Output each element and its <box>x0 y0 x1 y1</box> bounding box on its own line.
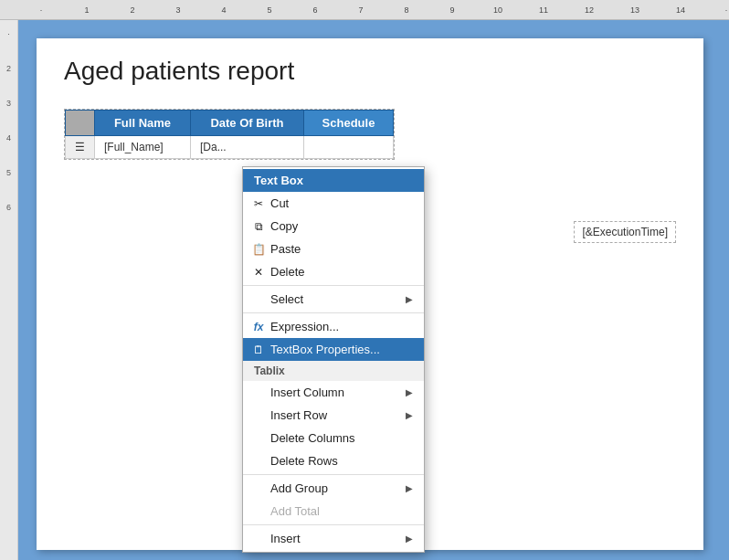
paste-icon: 📋 <box>250 241 267 258</box>
menu-separator-2 <box>243 312 424 313</box>
v-ruler-mark: 2 <box>0 64 17 73</box>
menu-insert-row[interactable]: Insert Row ▶ <box>243 404 424 427</box>
execution-time: [&ExecutionTime] <box>574 221 676 243</box>
ruler-mark: 10 <box>475 5 521 15</box>
ruler-mark: 14 <box>658 5 703 15</box>
main-area: · 2 3 4 5 6 Aged patients report Full Na… <box>0 20 729 560</box>
ruler-mark: 8 <box>384 5 429 15</box>
row-handle-cell[interactable]: ☰ <box>66 136 95 159</box>
cut-icon: ✂ <box>250 195 267 212</box>
menu-add-total: Add Total <box>243 500 424 523</box>
properties-icon: 🗒 <box>250 342 267 358</box>
document: Aged patients report Full Name Date Of B… <box>37 38 703 550</box>
menu-separator-1 <box>243 285 424 286</box>
menu-delete-columns[interactable]: Delete Columns <box>243 427 424 449</box>
ruler-mark: · <box>18 5 64 15</box>
report-table: Full Name Date Of Birth Schedule ☰ [Full… <box>65 110 394 159</box>
ruler-mark: · <box>703 5 729 15</box>
menu-delete-rows[interactable]: Delete Rows <box>243 449 424 472</box>
header-row: Full Name Date Of Birth Schedule <box>66 111 394 136</box>
insert-arrow: ▶ <box>406 534 413 544</box>
table-header: Full Name Date Of Birth Schedule <box>66 111 394 136</box>
ruler-mark: 12 <box>566 5 612 15</box>
menu-insert[interactable]: Insert ▶ <box>243 527 424 550</box>
col-header-dob: Date Of Birth <box>190 111 303 136</box>
delete-icon: ✕ <box>250 264 267 280</box>
insert-row-arrow: ▶ <box>406 410 413 420</box>
v-ruler-mark: 5 <box>0 168 17 177</box>
vertical-ruler-marks: · 2 3 4 5 6 <box>0 20 17 560</box>
ruler-mark: 11 <box>521 5 566 15</box>
ruler-mark: 13 <box>612 5 658 15</box>
menu-add-group[interactable]: Add Group ▶ <box>243 477 424 500</box>
expression-icon: fx <box>250 319 267 335</box>
vertical-ruler: · 2 3 4 5 6 <box>0 20 18 560</box>
ruler-mark: 4 <box>201 5 247 15</box>
menu-tablix-label: Tablix <box>243 361 424 381</box>
context-menu: Text Box ✂ Cut ⧉ Copy 📋 Paste <box>242 166 425 553</box>
row-handle-header <box>66 111 95 136</box>
ruler-mark: 7 <box>338 5 384 15</box>
menu-copy[interactable]: ⧉ Copy <box>243 215 424 238</box>
col-header-fullname: Full Name <box>95 111 191 136</box>
v-ruler-mark: · <box>0 29 17 38</box>
ruler-mark: 3 <box>155 5 201 15</box>
add-group-arrow: ▶ <box>406 483 413 493</box>
menu-select[interactable]: Select ▶ <box>243 288 424 311</box>
menu-paste[interactable]: 📋 Paste <box>243 238 424 260</box>
ruler-mark: 6 <box>292 5 338 15</box>
ruler-mark: 9 <box>429 5 475 15</box>
menu-insert-column[interactable]: Insert Column ▶ <box>243 381 424 404</box>
horizontal-ruler: · 1 2 3 4 5 6 7 8 9 10 11 12 13 14 · <box>0 0 729 20</box>
copy-icon: ⧉ <box>250 218 267 235</box>
v-ruler-mark: 3 <box>0 99 17 108</box>
v-ruler-mark: 6 <box>0 203 17 212</box>
report-title: Aged patients report <box>64 57 676 86</box>
cell-fullname: [Full_Name] <box>95 136 191 159</box>
table-body: ☰ [Full_Name] [Da... <box>66 136 394 159</box>
v-ruler-mark: 4 <box>0 133 17 143</box>
table-row: ☰ [Full_Name] [Da... <box>66 136 394 159</box>
insert-column-arrow: ▶ <box>406 387 413 397</box>
cell-schedule <box>303 136 393 159</box>
table-container: Full Name Date Of Birth Schedule ☰ [Full… <box>64 109 395 160</box>
ruler-mark: 5 <box>247 5 292 15</box>
cell-dob: [Da... <box>190 136 303 159</box>
col-header-schedule: Schedule <box>303 111 393 136</box>
document-area: Aged patients report Full Name Date Of B… <box>18 20 729 560</box>
ruler-mark: 1 <box>64 5 110 15</box>
menu-textbox-header: Text Box <box>243 169 424 192</box>
menu-textbox-properties[interactable]: 🗒 TextBox Properties... <box>243 338 424 361</box>
menu-separator-3 <box>243 474 424 475</box>
menu-separator-4 <box>243 524 424 525</box>
select-submenu-arrow: ▶ <box>406 294 413 304</box>
ruler-mark: 2 <box>110 5 155 15</box>
ruler-ticks: · 1 2 3 4 5 6 7 8 9 10 11 12 13 14 · <box>18 5 729 15</box>
menu-cut[interactable]: ✂ Cut <box>243 192 424 215</box>
menu-expression[interactable]: fx Expression... <box>243 315 424 338</box>
menu-delete[interactable]: ✕ Delete <box>243 260 424 283</box>
